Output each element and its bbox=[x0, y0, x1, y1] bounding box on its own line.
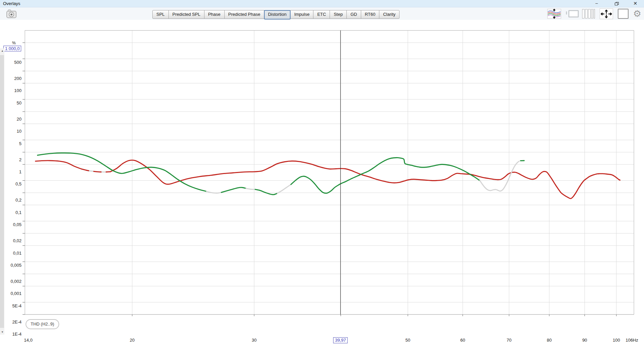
plot-region: % 1 000,0 5002001005020105210,50,20,10,0… bbox=[0, 20, 644, 345]
vertical-scrollbar[interactable]: ▲ ▼ bbox=[0, 48, 4, 335]
band-bar bbox=[591, 9, 593, 18]
frequency-bands-button[interactable] bbox=[582, 9, 595, 18]
x-tick-label: 14,0 bbox=[24, 338, 32, 343]
settings-button[interactable]: ⚙ bbox=[633, 9, 641, 19]
y-tick-label: 100 bbox=[3, 88, 22, 93]
restore-icon bbox=[615, 2, 618, 5]
y-tick-label: 0,005 bbox=[3, 263, 22, 268]
x-tick-label: 106Hz bbox=[626, 338, 638, 343]
overlays-window: Overlays – ✕ SPLPredicted SPLPhasePredic… bbox=[0, 0, 644, 345]
overlay-traces-button[interactable] bbox=[547, 9, 561, 19]
tab-distortion[interactable]: Distortion bbox=[264, 10, 291, 19]
display-stand bbox=[571, 16, 575, 17]
y-tick-label: 0,1 bbox=[3, 210, 22, 215]
tab-spl[interactable]: SPL bbox=[152, 10, 169, 19]
y-tick-label: 0,02 bbox=[3, 238, 22, 244]
x-tick-label: 60 bbox=[460, 338, 465, 343]
cursor-frequency-field[interactable]: 39,97 bbox=[333, 337, 348, 343]
y-tick-label: 50 bbox=[3, 100, 22, 106]
x-tick-label: 70 bbox=[507, 338, 512, 343]
scroll-up-icon[interactable]: ▲ bbox=[0, 49, 4, 52]
y-tick-label: 5 bbox=[3, 141, 22, 146]
overlay-traces-icon bbox=[547, 9, 561, 19]
x-tick-label: 80 bbox=[547, 338, 552, 343]
tab-predicted-spl[interactable]: Predicted SPL bbox=[168, 10, 204, 19]
close-button[interactable]: ✕ bbox=[630, 0, 641, 7]
restore-button[interactable] bbox=[611, 0, 622, 7]
pan-arrows-icon bbox=[600, 8, 613, 19]
capture-graph-button[interactable] bbox=[5, 8, 18, 19]
pan-zoom-button[interactable] bbox=[600, 8, 613, 19]
band-bar bbox=[594, 9, 595, 18]
x-tick-label: 90 bbox=[582, 338, 587, 343]
y-tick-label: 2E-4 bbox=[3, 319, 22, 325]
y-axis-top-field[interactable]: 1 000,0 bbox=[3, 46, 21, 51]
minimize-button[interactable]: – bbox=[591, 0, 602, 7]
y-tick-label: 10 bbox=[3, 129, 22, 134]
tab-gd[interactable]: GD bbox=[346, 10, 361, 19]
tab-step[interactable]: Step bbox=[330, 10, 347, 19]
trace-2-faded bbox=[246, 188, 255, 189]
x-tick-label: 20 bbox=[130, 338, 135, 343]
y-axis-unit-label: % bbox=[12, 41, 16, 45]
y-tick-label: 5E-4 bbox=[3, 303, 22, 309]
y-tick-label: 0,2 bbox=[3, 198, 22, 203]
trace-2 bbox=[255, 189, 277, 195]
tab-phase[interactable]: Phase bbox=[204, 10, 225, 19]
title-bar[interactable]: Overlays – ✕ bbox=[0, 0, 644, 7]
trace-1 bbox=[35, 161, 81, 169]
trace-2 bbox=[221, 187, 246, 192]
band-bar bbox=[582, 9, 584, 18]
x-tick-label: 50 bbox=[406, 338, 410, 343]
band-bar bbox=[585, 9, 588, 18]
tab-predicted-phase[interactable]: Predicted Phase bbox=[224, 10, 264, 19]
y-tick-label: 2 bbox=[3, 157, 22, 163]
tab-impulse[interactable]: Impulse bbox=[290, 10, 314, 19]
y-tick-label: 1 bbox=[3, 169, 22, 175]
camera-icon bbox=[5, 8, 18, 19]
tab-rt60[interactable]: RT60 bbox=[361, 10, 380, 19]
scroll-down-icon[interactable]: ▼ bbox=[0, 331, 4, 334]
legend-panel-button[interactable] bbox=[618, 9, 629, 19]
y-tick-label: 1E-4 bbox=[3, 332, 22, 337]
band-bar bbox=[588, 9, 591, 18]
graph-type-tabs: SPLPredicted SPLPhasePredicted PhaseDist… bbox=[152, 10, 400, 19]
measurement-display-button[interactable] bbox=[566, 10, 577, 18]
y-tick-label: 0,5 bbox=[3, 181, 22, 187]
display-side-bar bbox=[566, 11, 567, 14]
y-tick-label: 500 bbox=[3, 60, 22, 65]
y-tick-label: 200 bbox=[3, 76, 22, 81]
distortion-chart[interactable] bbox=[0, 20, 644, 345]
x-tick-label: 30 bbox=[252, 338, 257, 343]
toolbar: SPLPredicted SPLPhasePredicted PhaseDist… bbox=[0, 7, 644, 20]
y-tick-label: 0,05 bbox=[3, 222, 22, 227]
x-tick-label: 100 bbox=[613, 338, 620, 343]
toolbar-right-icons: ⚙ bbox=[547, 8, 641, 19]
tab-clarity[interactable]: Clarity bbox=[379, 10, 400, 19]
tab-etc[interactable]: ETC bbox=[313, 10, 330, 19]
trace-2 bbox=[38, 153, 206, 191]
y-tick-label: 0,01 bbox=[3, 251, 22, 256]
y-tick-label: 0,001 bbox=[3, 291, 22, 296]
vertical-scrollbar-thumb[interactable] bbox=[0, 55, 4, 328]
trace-2-faded bbox=[277, 184, 291, 193]
graph-mode-badge[interactable]: THD (H2..9) bbox=[26, 319, 59, 329]
trace-2-faded bbox=[480, 161, 519, 191]
trace-1-dashed bbox=[81, 169, 110, 172]
window-title: Overlays bbox=[3, 1, 20, 6]
y-tick-label: 20 bbox=[3, 117, 22, 122]
y-tick-label: 0,002 bbox=[3, 279, 22, 284]
